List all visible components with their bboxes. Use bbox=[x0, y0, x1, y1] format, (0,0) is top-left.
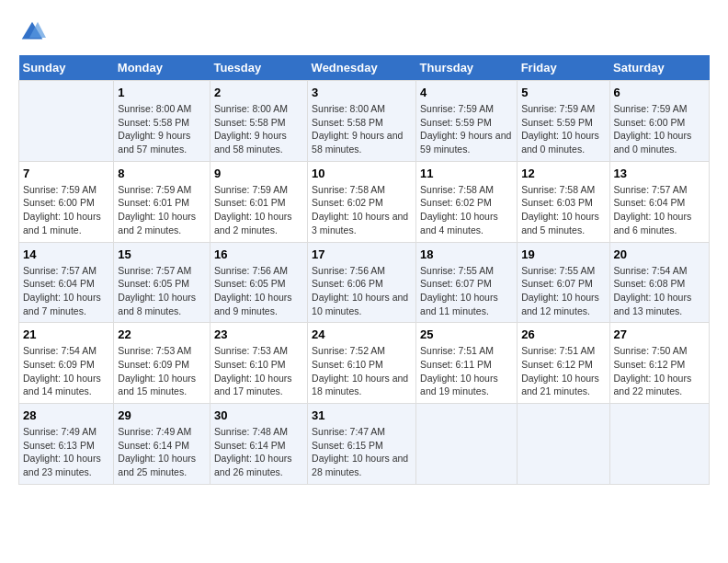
day-info: Sunrise: 8:00 AMSunset: 5:58 PMDaylight:… bbox=[118, 102, 206, 156]
calendar-cell: 3Sunrise: 8:00 AMSunset: 5:58 PMDaylight… bbox=[308, 81, 416, 162]
day-number: 30 bbox=[214, 408, 303, 422]
calendar-cell bbox=[19, 81, 114, 162]
calendar-cell: 25Sunrise: 7:51 AMSunset: 6:11 PMDayligh… bbox=[416, 323, 518, 404]
day-number: 31 bbox=[312, 408, 412, 422]
day-info: Sunrise: 7:57 AMSunset: 6:04 PMDaylight:… bbox=[23, 264, 109, 318]
weekday-saturday: Saturday bbox=[609, 55, 709, 81]
calendar-cell: 23Sunrise: 7:53 AMSunset: 6:10 PMDayligh… bbox=[210, 323, 307, 404]
calendar-cell: 27Sunrise: 7:50 AMSunset: 6:12 PMDayligh… bbox=[609, 323, 709, 404]
day-number: 3 bbox=[312, 86, 412, 99]
day-info: Sunrise: 7:59 AMSunset: 6:01 PMDaylight:… bbox=[214, 183, 303, 237]
calendar-cell: 9Sunrise: 7:59 AMSunset: 6:01 PMDaylight… bbox=[210, 161, 307, 242]
day-number: 23 bbox=[214, 327, 303, 341]
calendar-cell bbox=[518, 404, 609, 485]
calendar-cell: 12Sunrise: 7:58 AMSunset: 6:03 PMDayligh… bbox=[518, 161, 609, 242]
day-info: Sunrise: 7:59 AMSunset: 6:00 PMDaylight:… bbox=[23, 183, 109, 237]
calendar-cell: 16Sunrise: 7:56 AMSunset: 6:05 PMDayligh… bbox=[210, 242, 307, 323]
calendar-cell: 2Sunrise: 8:00 AMSunset: 5:58 PMDaylight… bbox=[210, 81, 307, 162]
calendar-cell: 31Sunrise: 7:47 AMSunset: 6:15 PMDayligh… bbox=[308, 404, 416, 485]
calendar-cell: 17Sunrise: 7:56 AMSunset: 6:06 PMDayligh… bbox=[308, 242, 416, 323]
day-info: Sunrise: 7:59 AMSunset: 5:59 PMDaylight:… bbox=[521, 102, 605, 156]
day-number: 2 bbox=[214, 86, 303, 99]
day-number: 19 bbox=[521, 247, 605, 261]
day-info: Sunrise: 8:00 AMSunset: 5:58 PMDaylight:… bbox=[312, 102, 412, 156]
day-number: 13 bbox=[614, 167, 705, 180]
weekday-tuesday: Tuesday bbox=[210, 55, 307, 81]
day-info: Sunrise: 7:55 AMSunset: 6:07 PMDaylight:… bbox=[420, 264, 513, 318]
day-number: 5 bbox=[521, 86, 605, 99]
calendar-cell: 4Sunrise: 7:59 AMSunset: 5:59 PMDaylight… bbox=[416, 81, 518, 162]
calendar-cell: 13Sunrise: 7:57 AMSunset: 6:04 PMDayligh… bbox=[609, 161, 709, 242]
calendar-cell: 18Sunrise: 7:55 AMSunset: 6:07 PMDayligh… bbox=[416, 242, 518, 323]
day-info: Sunrise: 7:55 AMSunset: 6:07 PMDaylight:… bbox=[521, 264, 605, 318]
day-number: 12 bbox=[521, 167, 605, 180]
day-info: Sunrise: 7:49 AMSunset: 6:14 PMDaylight:… bbox=[118, 425, 206, 479]
calendar-cell: 14Sunrise: 7:57 AMSunset: 6:04 PMDayligh… bbox=[19, 242, 114, 323]
day-info: Sunrise: 7:56 AMSunset: 6:05 PMDaylight:… bbox=[214, 264, 303, 318]
day-number: 7 bbox=[23, 167, 109, 180]
day-number: 8 bbox=[118, 167, 206, 180]
calendar-cell: 7Sunrise: 7:59 AMSunset: 6:00 PMDaylight… bbox=[19, 161, 114, 242]
day-info: Sunrise: 7:58 AMSunset: 6:02 PMDaylight:… bbox=[312, 183, 412, 237]
weekday-wednesday: Wednesday bbox=[308, 55, 416, 81]
calendar-cell: 20Sunrise: 7:54 AMSunset: 6:08 PMDayligh… bbox=[609, 242, 709, 323]
page-header bbox=[18, 18, 710, 46]
calendar-cell: 26Sunrise: 7:51 AMSunset: 6:12 PMDayligh… bbox=[518, 323, 609, 404]
day-number: 26 bbox=[521, 327, 605, 341]
day-info: Sunrise: 7:58 AMSunset: 6:02 PMDaylight:… bbox=[420, 183, 513, 237]
day-info: Sunrise: 7:49 AMSunset: 6:13 PMDaylight:… bbox=[23, 425, 109, 479]
week-row-3: 14Sunrise: 7:57 AMSunset: 6:04 PMDayligh… bbox=[19, 242, 710, 323]
calendar-cell: 28Sunrise: 7:49 AMSunset: 6:13 PMDayligh… bbox=[19, 404, 114, 485]
day-info: Sunrise: 7:51 AMSunset: 6:12 PMDaylight:… bbox=[521, 344, 605, 398]
weekday-thursday: Thursday bbox=[416, 55, 518, 81]
day-number: 24 bbox=[312, 327, 412, 341]
day-info: Sunrise: 7:59 AMSunset: 6:01 PMDaylight:… bbox=[118, 183, 206, 237]
day-info: Sunrise: 7:59 AMSunset: 6:00 PMDaylight:… bbox=[614, 102, 705, 156]
calendar-cell: 1Sunrise: 8:00 AMSunset: 5:58 PMDaylight… bbox=[114, 81, 210, 162]
calendar-cell: 19Sunrise: 7:55 AMSunset: 6:07 PMDayligh… bbox=[518, 242, 609, 323]
day-number: 18 bbox=[420, 247, 513, 261]
day-number: 21 bbox=[23, 327, 109, 341]
day-number: 29 bbox=[118, 408, 206, 422]
day-info: Sunrise: 7:57 AMSunset: 6:04 PMDaylight:… bbox=[614, 183, 705, 237]
calendar-cell: 11Sunrise: 7:58 AMSunset: 6:02 PMDayligh… bbox=[416, 161, 518, 242]
day-number: 11 bbox=[420, 167, 513, 180]
day-number: 17 bbox=[312, 247, 412, 261]
day-info: Sunrise: 7:52 AMSunset: 6:10 PMDaylight:… bbox=[312, 344, 412, 398]
day-info: Sunrise: 7:59 AMSunset: 5:59 PMDaylight:… bbox=[420, 102, 513, 156]
weekday-monday: Monday bbox=[114, 55, 210, 81]
week-row-4: 21Sunrise: 7:54 AMSunset: 6:09 PMDayligh… bbox=[19, 323, 710, 404]
week-row-1: 1Sunrise: 8:00 AMSunset: 5:58 PMDaylight… bbox=[19, 81, 710, 162]
week-row-5: 28Sunrise: 7:49 AMSunset: 6:13 PMDayligh… bbox=[19, 404, 710, 485]
day-number: 27 bbox=[614, 327, 705, 341]
day-number: 15 bbox=[118, 247, 206, 261]
week-row-2: 7Sunrise: 7:59 AMSunset: 6:00 PMDaylight… bbox=[19, 161, 710, 242]
calendar-cell: 15Sunrise: 7:57 AMSunset: 6:05 PMDayligh… bbox=[114, 242, 210, 323]
day-number: 9 bbox=[214, 167, 303, 180]
day-info: Sunrise: 7:53 AMSunset: 6:10 PMDaylight:… bbox=[214, 344, 303, 398]
day-number: 16 bbox=[214, 247, 303, 261]
day-info: Sunrise: 7:51 AMSunset: 6:11 PMDaylight:… bbox=[420, 344, 513, 398]
calendar-cell: 29Sunrise: 7:49 AMSunset: 6:14 PMDayligh… bbox=[114, 404, 210, 485]
day-info: Sunrise: 7:54 AMSunset: 6:08 PMDaylight:… bbox=[614, 264, 705, 318]
day-info: Sunrise: 7:47 AMSunset: 6:15 PMDaylight:… bbox=[312, 425, 412, 479]
day-number: 28 bbox=[23, 408, 109, 422]
day-number: 20 bbox=[614, 247, 705, 261]
logo bbox=[18, 18, 50, 46]
calendar-cell: 22Sunrise: 7:53 AMSunset: 6:09 PMDayligh… bbox=[114, 323, 210, 404]
day-info: Sunrise: 7:50 AMSunset: 6:12 PMDaylight:… bbox=[614, 344, 705, 398]
calendar-cell: 30Sunrise: 7:48 AMSunset: 6:14 PMDayligh… bbox=[210, 404, 307, 485]
day-number: 1 bbox=[118, 86, 206, 99]
weekday-sunday: Sunday bbox=[19, 55, 114, 81]
calendar-cell: 8Sunrise: 7:59 AMSunset: 6:01 PMDaylight… bbox=[114, 161, 210, 242]
day-number: 14 bbox=[23, 247, 109, 261]
day-number: 22 bbox=[118, 327, 206, 341]
calendar-cell bbox=[416, 404, 518, 485]
day-number: 10 bbox=[312, 167, 412, 180]
day-info: Sunrise: 7:53 AMSunset: 6:09 PMDaylight:… bbox=[118, 344, 206, 398]
day-info: Sunrise: 7:48 AMSunset: 6:14 PMDaylight:… bbox=[214, 425, 303, 479]
calendar-cell bbox=[609, 404, 709, 485]
calendar-cell: 5Sunrise: 7:59 AMSunset: 5:59 PMDaylight… bbox=[518, 81, 609, 162]
day-info: Sunrise: 8:00 AMSunset: 5:58 PMDaylight:… bbox=[214, 102, 303, 156]
day-number: 4 bbox=[420, 86, 513, 99]
